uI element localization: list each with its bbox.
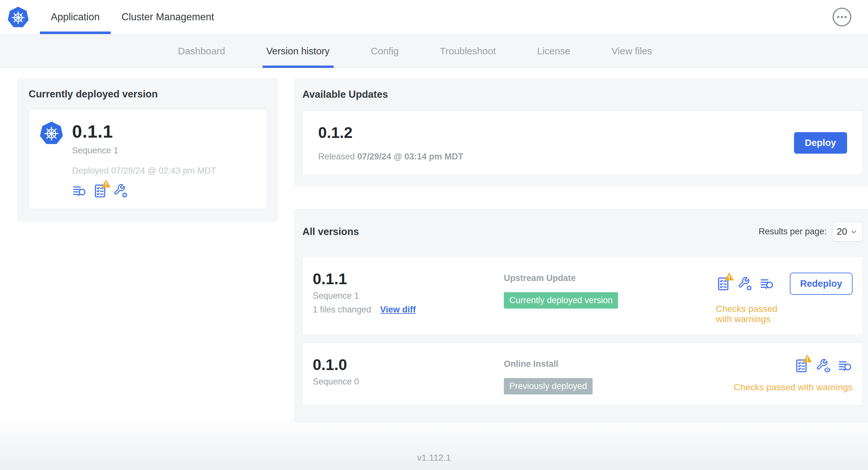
logs-icon[interactable] [760, 276, 774, 291]
top-nav-bar: Application Cluster Management [0, 0, 868, 34]
footer: v1.112.1 [0, 415, 868, 470]
row-version-number: 0.1.1 [313, 270, 504, 288]
tab-application[interactable]: Application [40, 0, 111, 34]
results-per-page-select[interactable]: 20 [832, 222, 863, 241]
all-versions-title: All versions [302, 226, 359, 238]
header-tabs: Application Cluster Management [40, 0, 225, 34]
results-per-page: Results per page: 20 [758, 222, 863, 241]
row-sequence: Sequence 1 [313, 291, 504, 301]
preflight-status-text[interactable]: Checks passed with warnings [734, 382, 852, 393]
current-version-detail: 0.1.1 Sequence 1 Deployed 07/29/24 @ 02:… [29, 109, 267, 209]
update-released-at: Released 07/29/24 @ 03:14 pm MDT [318, 152, 463, 162]
tab-version-history[interactable]: Version history [262, 34, 334, 68]
wrench-eye-icon[interactable] [816, 359, 831, 373]
currently-deployed-card: Currently deployed version 0.1.1 Sequenc… [17, 78, 278, 222]
preflight-checklist-icon[interactable] [794, 359, 809, 373]
tab-dashboard[interactable]: Dashboard [174, 34, 229, 68]
results-per-page-label: Results per page: [758, 227, 827, 237]
ellipsis-icon [832, 7, 852, 27]
all-versions-card: All versions Results per page: 20 0.1.1 … [294, 209, 868, 423]
current-version-sequence: Sequence 1 [72, 146, 216, 156]
row-source-label: Online Install [504, 359, 716, 369]
tab-view-files[interactable]: View files [608, 34, 656, 68]
row-source-label: Upstream Update [504, 273, 716, 283]
row-version-number: 0.1.0 [313, 356, 504, 374]
current-version-actions [72, 183, 216, 198]
warning-triangle-icon [802, 354, 812, 364]
files-changed-label: 1 files changed [313, 305, 371, 315]
version-row-0-1-0: 0.1.0 Sequence 0 Online Install Previous… [302, 343, 863, 405]
overflow-menu-button[interactable] [832, 7, 852, 27]
tab-config[interactable]: Config [367, 34, 403, 68]
version-row-0-1-1: 0.1.1 Sequence 1 1 files changed View di… [302, 257, 863, 335]
wrench-gear-icon[interactable] [738, 276, 752, 291]
deploy-button[interactable]: Deploy [794, 132, 847, 154]
logs-icon[interactable] [838, 359, 852, 373]
kubernetes-app-icon [39, 121, 64, 145]
tab-troubleshoot[interactable]: Troubleshoot [436, 34, 500, 68]
currently-deployed-title: Currently deployed version [29, 89, 267, 100]
warning-triangle-icon [101, 179, 111, 189]
available-updates-title: Available Updates [302, 89, 863, 100]
kubernetes-logo [7, 6, 29, 28]
tab-license[interactable]: License [533, 34, 574, 68]
current-version-deployed-at: Deployed 07/29/24 @ 02:43 pm MDT [72, 166, 216, 176]
app-subnav: Dashboard Version history Config Trouble… [0, 34, 868, 68]
console-version: v1.112.1 [417, 452, 451, 463]
redeploy-button[interactable]: Redeploy [790, 273, 852, 295]
version-history-page: Currently deployed version 0.1.1 Sequenc… [0, 68, 868, 423]
wrench-gear-icon[interactable] [113, 183, 128, 198]
preflight-status-text[interactable]: Checks passed with warnings [716, 304, 852, 324]
preflight-checklist-icon[interactable] [93, 183, 107, 198]
row-sequence: Sequence 0 [313, 377, 504, 387]
tab-cluster-management[interactable]: Cluster Management [111, 0, 225, 34]
preflight-checklist-icon[interactable] [716, 276, 731, 291]
current-version-number: 0.1.1 [72, 121, 216, 142]
previously-deployed-badge: Previously deployed [504, 378, 593, 395]
update-version-number: 0.1.2 [318, 124, 463, 141]
view-diff-link[interactable]: View diff [380, 305, 416, 315]
update-row: 0.1.2 Released 07/29/24 @ 03:14 pm MDT D… [302, 110, 863, 175]
right-column: Available Updates 0.1.2 Released 07/29/2… [294, 78, 868, 423]
logs-icon[interactable] [72, 183, 87, 198]
chevron-down-icon [850, 228, 858, 236]
available-updates-card: Available Updates 0.1.2 Released 07/29/2… [294, 78, 868, 187]
currently-deployed-badge: Currently deployed version [504, 292, 618, 309]
warning-triangle-icon [724, 272, 734, 281]
